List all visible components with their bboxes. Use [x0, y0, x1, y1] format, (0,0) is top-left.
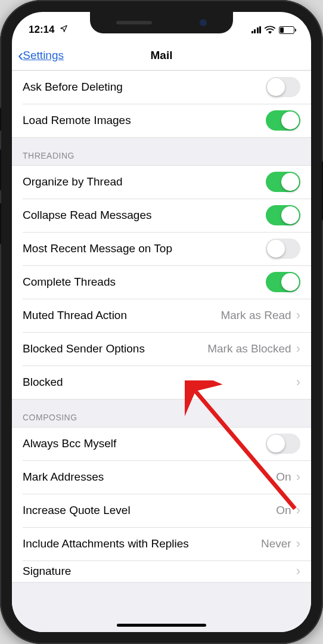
row-label: Ask Before Deleting [23, 80, 266, 94]
chevron-right-icon: › [296, 374, 300, 390]
time-text: 12:14 [29, 24, 54, 35]
screen: 12:14 ‹ Settings Mail [12, 12, 311, 632]
switch-ask-before-deleting[interactable] [266, 77, 300, 97]
group-privacy: Ask Before Deleting Load Remote Images [12, 70, 311, 138]
row-value: Mark as Read [220, 309, 291, 322]
row-label: Blocked Sender Options [23, 342, 207, 355]
phone-frame: 12:14 ‹ Settings Mail [0, 0, 323, 644]
row-label: Increase Quote Level [23, 504, 276, 517]
group-composing: Always Bcc Myself Mark Addresses On › In… [12, 427, 311, 583]
front-camera [200, 19, 207, 26]
row-value: Never [261, 537, 291, 550]
wifi-icon [265, 26, 275, 34]
settings-list[interactable]: Ask Before Deleting Load Remote Images T… [12, 70, 311, 632]
chevron-right-icon: › [296, 564, 300, 579]
row-signature[interactable]: Signature › [12, 561, 311, 582]
row-most-recent-top[interactable]: Most Recent Message on Top [12, 232, 311, 265]
switch-organize-by-thread[interactable] [266, 172, 300, 192]
row-complete-threads[interactable]: Complete Threads [12, 265, 311, 299]
switch-load-remote-images[interactable] [266, 110, 300, 131]
row-collapse-read[interactable]: Collapse Read Messages [12, 199, 311, 232]
nav-bar: ‹ Settings Mail [12, 41, 311, 70]
volume-up-button [0, 149, 1, 191]
status-time: 12:14 [29, 24, 68, 36]
row-value: On [276, 470, 291, 484]
row-label: Always Bcc Myself [23, 437, 266, 450]
chevron-right-icon: › [296, 469, 300, 485]
cellular-icon [251, 26, 262, 33]
group-threading: Organize by Thread Collapse Read Message… [12, 165, 311, 400]
battery-icon [279, 26, 294, 34]
back-button[interactable]: ‹ Settings [18, 47, 64, 64]
chevron-right-icon: › [296, 503, 300, 518]
row-label: Signature [23, 565, 296, 578]
earpiece [116, 21, 152, 24]
row-ask-before-deleting[interactable]: Ask Before Deleting [12, 70, 311, 104]
row-label: Most Recent Message on Top [23, 242, 266, 255]
chevron-right-icon: › [296, 536, 300, 552]
row-value: On [276, 504, 291, 517]
section-header-composing: COMPOSING [12, 400, 311, 427]
home-indicator[interactable] [117, 624, 206, 627]
row-load-remote-images[interactable]: Load Remote Images [12, 104, 311, 137]
row-include-attachments[interactable]: Include Attachments with Replies Never › [12, 527, 311, 561]
row-organize-by-thread[interactable]: Organize by Thread [12, 165, 311, 199]
page-title: Mail [151, 49, 173, 62]
row-label: Mark Addresses [23, 470, 276, 484]
row-increase-quote-level[interactable]: Increase Quote Level On › [12, 494, 311, 527]
row-label: Complete Threads [23, 275, 266, 289]
chevron-right-icon: › [296, 308, 300, 323]
chevron-right-icon: › [296, 341, 300, 357]
row-label: Collapse Read Messages [23, 209, 266, 222]
section-header-threading: THREADING [12, 138, 311, 165]
notch [90, 12, 233, 33]
volume-down-button [0, 203, 1, 244]
row-label: Load Remote Images [23, 114, 266, 127]
back-label: Settings [23, 49, 64, 62]
mute-switch [0, 107, 1, 131]
switch-complete-threads[interactable] [266, 272, 300, 292]
row-label: Muted Thread Action [23, 309, 220, 322]
row-value: Mark as Blocked [207, 342, 291, 355]
row-mark-addresses[interactable]: Mark Addresses On › [12, 460, 311, 494]
switch-collapse-read[interactable] [266, 205, 300, 225]
row-muted-thread-action[interactable]: Muted Thread Action Mark as Read › [12, 299, 311, 332]
switch-always-bcc[interactable] [266, 434, 300, 454]
row-always-bcc[interactable]: Always Bcc Myself [12, 427, 311, 460]
location-icon [60, 24, 68, 36]
row-blocked[interactable]: Blocked › [12, 366, 311, 399]
row-label: Blocked [23, 376, 296, 389]
row-blocked-sender-options[interactable]: Blocked Sender Options Mark as Blocked › [12, 332, 311, 366]
switch-most-recent-top[interactable] [266, 239, 300, 259]
row-label: Organize by Thread [23, 175, 266, 188]
row-label: Include Attachments with Replies [23, 537, 261, 550]
